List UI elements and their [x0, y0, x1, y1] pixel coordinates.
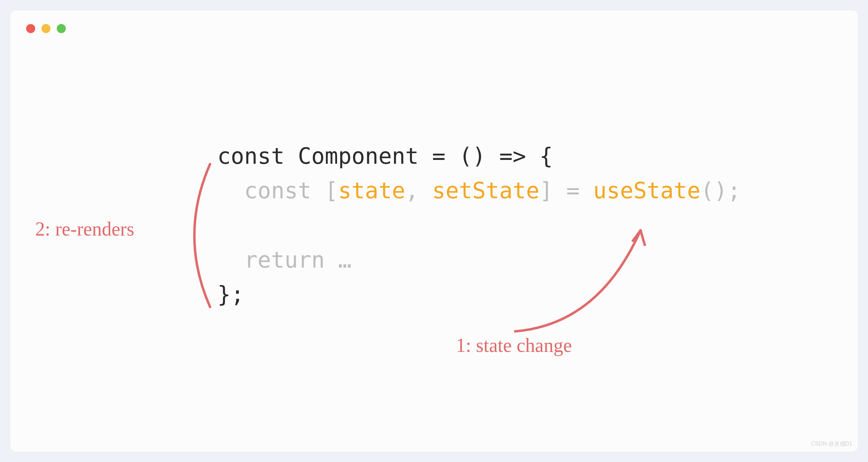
code-line-2-state: state — [338, 178, 405, 203]
rerenders-arc-icon — [172, 161, 217, 310]
code-line-1: const Component = () => { — [217, 143, 553, 169]
code-line-4-return: return … — [217, 247, 351, 273]
code-line-2-const: const [ — [217, 178, 338, 203]
code-window: const Component = () => { const [state, … — [10, 10, 858, 452]
code-line-2-comma: , — [405, 178, 432, 203]
state-change-arrow-icon — [501, 220, 654, 338]
code-line-2-usestate: useState — [593, 178, 700, 203]
annotation-rerenders: 2: re-renders — [35, 218, 134, 240]
code-line-2-parens: (); — [700, 178, 741, 203]
code-snippet: const Component = () => { const [state, … — [217, 139, 741, 312]
minimize-icon[interactable] — [41, 24, 51, 33]
watermark-text: CSDN @灵感D1 — [811, 440, 852, 448]
window-controls — [26, 24, 66, 33]
code-line-2-setstate: setState — [432, 178, 540, 203]
annotation-state-change: 1: state change — [456, 334, 572, 356]
code-line-5-close: }; — [217, 282, 244, 307]
maximize-icon[interactable] — [57, 24, 66, 33]
close-icon[interactable] — [26, 24, 35, 33]
code-line-2-equals: ] = — [540, 178, 593, 203]
